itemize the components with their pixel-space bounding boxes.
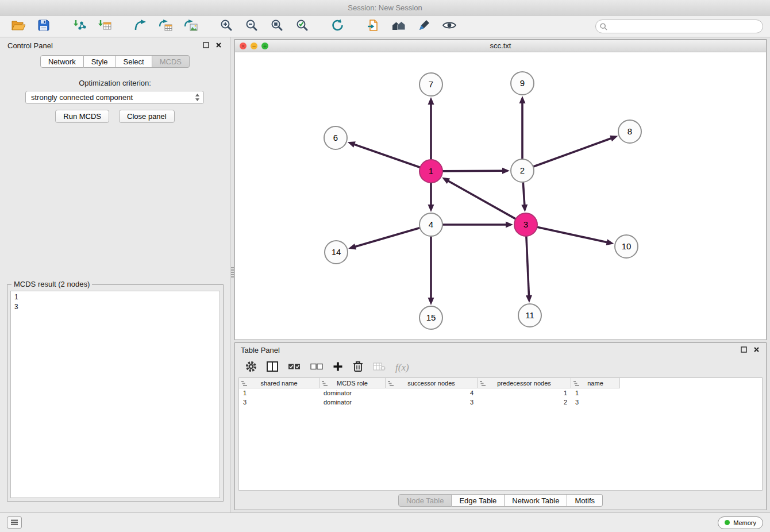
- edge-1-6[interactable]: [353, 144, 421, 168]
- column-layout-button[interactable]: [267, 361, 278, 373]
- mcds-result-list[interactable]: 13: [10, 291, 220, 498]
- edge-2-8[interactable]: [533, 138, 612, 167]
- close-table-panel-button[interactable]: [752, 346, 760, 354]
- right-area: × − + scc.txt 7968124314101511 Table Pan…: [234, 37, 770, 512]
- delete-table-button[interactable]: [373, 361, 386, 373]
- edge-arrow-icon: [502, 168, 510, 174]
- houses-icon: [391, 19, 406, 33]
- column-label: predecessor nodes: [497, 380, 551, 387]
- tab-select[interactable]: Select: [116, 55, 152, 68]
- control-panel: Control Panel NetworkStyleSelectMCDS Opt…: [0, 37, 230, 512]
- zoom-fit-button[interactable]: [265, 17, 288, 36]
- cell-name: 3: [571, 398, 620, 407]
- panel-splitter[interactable]: [230, 37, 234, 512]
- eye-icon: [442, 20, 457, 33]
- console-button[interactable]: [7, 516, 22, 529]
- table-body: 1dominator4113dominator323: [239, 388, 762, 407]
- cell-MCDS-role: dominator: [319, 398, 386, 407]
- table-row[interactable]: 1dominator411: [239, 388, 762, 398]
- search-input[interactable]: [595, 20, 763, 33]
- window-controls: × − +: [240, 43, 268, 49]
- network-canvas[interactable]: 7968124314101511: [235, 52, 766, 340]
- node-label: 10: [622, 241, 632, 251]
- zoom-selected-icon: [296, 19, 309, 33]
- edge-1-2[interactable]: [442, 171, 503, 171]
- tab-network-table[interactable]: Network Table: [505, 494, 567, 507]
- export-network-button[interactable]: [129, 17, 152, 36]
- import-network-button[interactable]: [68, 17, 91, 36]
- run-mcds-button[interactable]: Run MCDS: [55, 110, 109, 123]
- select-all-button[interactable]: [288, 363, 301, 372]
- deselect-all-button[interactable]: [310, 363, 323, 372]
- show-graphics-details-button[interactable]: [438, 17, 461, 36]
- column-header-MCDS-role[interactable]: MCDS role: [319, 378, 386, 388]
- save-session-button[interactable]: [32, 17, 55, 36]
- memory-button[interactable]: Memory: [718, 516, 763, 529]
- zoom-window-button[interactable]: +: [261, 43, 268, 49]
- node-label: 3: [523, 219, 528, 229]
- close-window-button[interactable]: ×: [240, 43, 247, 49]
- node-label: 1: [429, 166, 433, 176]
- splitter-handle-icon: [231, 266, 234, 279]
- open-session-button[interactable]: [7, 17, 30, 36]
- checked-boxes-icon: [288, 363, 301, 372]
- zoom-out-icon: [245, 19, 258, 33]
- zoom-out-button[interactable]: [240, 17, 263, 36]
- close-mcds-panel-button[interactable]: Close panel: [119, 110, 175, 123]
- dropdown-stepper-icon: [195, 93, 200, 102]
- search-box: [595, 20, 763, 33]
- workspace: Control Panel NetworkStyleSelectMCDS Opt…: [0, 37, 770, 512]
- table-settings-button[interactable]: [245, 361, 257, 374]
- tab-network[interactable]: Network: [40, 55, 84, 68]
- tab-node-table[interactable]: Node Table: [398, 494, 452, 507]
- edge-3-10[interactable]: [537, 227, 608, 242]
- zoom-fit-icon: [271, 19, 283, 33]
- column-header-successor-nodes[interactable]: successor nodes: [386, 378, 478, 388]
- style-button[interactable]: [413, 17, 436, 36]
- network-window-titlebar: × − + scc.txt: [235, 40, 766, 52]
- zoom-in-button[interactable]: [215, 17, 238, 36]
- tab-motifs[interactable]: Motifs: [567, 494, 603, 507]
- edge-2-3[interactable]: [523, 182, 525, 206]
- tab-style[interactable]: Style: [84, 55, 116, 68]
- optimization-criterion-dropdown[interactable]: strongly connected component: [25, 91, 204, 104]
- add-column-button[interactable]: [333, 361, 343, 373]
- control-panel-title: Control Panel: [7, 41, 53, 50]
- network-view-button[interactable]: [362, 17, 385, 36]
- float-table-panel-button[interactable]: [740, 346, 748, 354]
- export-image-button[interactable]: [179, 17, 202, 36]
- minimize-window-button[interactable]: −: [251, 43, 257, 49]
- export-table-icon: [158, 19, 173, 33]
- export-table-button[interactable]: [154, 17, 177, 36]
- edge-4-14[interactable]: [355, 228, 421, 246]
- titlebar: Session: New Session: [0, 0, 770, 16]
- import-table-button[interactable]: [93, 17, 116, 36]
- close-control-panel-button[interactable]: [214, 41, 222, 49]
- table-panel-title: Table Panel: [241, 346, 280, 354]
- cell-successor-nodes: 4: [386, 388, 478, 398]
- function-builder-button[interactable]: f(x): [395, 362, 409, 373]
- edge-3-1[interactable]: [448, 180, 517, 219]
- column-tree-icon: [322, 380, 328, 387]
- zoom-selected-button[interactable]: [291, 17, 314, 36]
- control-panel-header: Control Panel: [0, 37, 230, 53]
- column-tree-icon: [480, 380, 486, 387]
- column-header-name[interactable]: name: [571, 378, 620, 388]
- tab-edge-table[interactable]: Edge Table: [452, 494, 505, 507]
- table-row[interactable]: 3dominator323: [239, 398, 762, 407]
- memory-status-dot: [725, 520, 730, 525]
- column-header-shared-name[interactable]: shared name: [239, 378, 319, 388]
- edge-3-11[interactable]: [526, 236, 529, 296]
- tab-mcds[interactable]: MCDS: [152, 55, 190, 68]
- paintbrush-icon: [418, 19, 430, 33]
- refresh-icon: [331, 19, 345, 33]
- edge-arrow-icon: [428, 298, 434, 305]
- delete-table-icon: [373, 361, 386, 373]
- edge-arrow-icon: [606, 239, 614, 245]
- apply-layout-button[interactable]: [326, 17, 349, 36]
- float-control-panel-button[interactable]: [202, 41, 210, 49]
- unchecked-boxes-icon: [310, 363, 323, 372]
- home-button[interactable]: [387, 17, 410, 36]
- column-header-predecessor-nodes[interactable]: predecessor nodes: [478, 378, 571, 388]
- delete-column-button[interactable]: [353, 361, 363, 374]
